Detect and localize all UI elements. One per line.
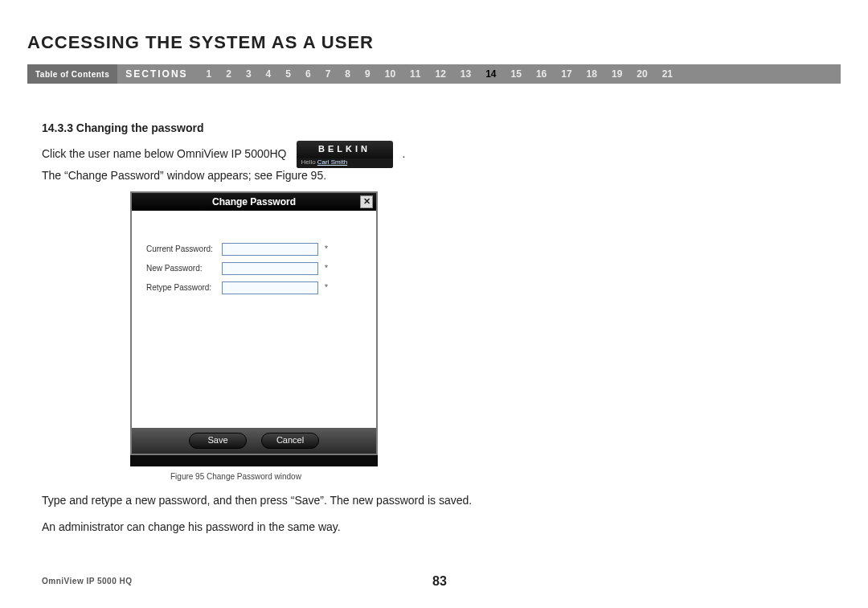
required-star: * [325, 244, 328, 255]
nav-section-21[interactable]: 21 [655, 68, 680, 80]
belkin-badge[interactable]: BELKIN Hello Carl Smith [297, 141, 393, 168]
nav-section-15[interactable]: 15 [504, 68, 529, 80]
intro-line2: The “Change Password” window appears; se… [42, 168, 556, 183]
field-label: Current Password: [146, 244, 222, 255]
footer-page-number: 83 [432, 574, 447, 589]
intro-text-after: . [403, 146, 406, 162]
close-icon[interactable]: ✕ [360, 195, 373, 208]
nav-section-8[interactable]: 8 [338, 68, 358, 80]
nav-section-1[interactable]: 1 [199, 68, 219, 80]
new-password-input[interactable] [222, 262, 318, 275]
dialog-body: Current Password:*New Password:*Retype P… [132, 211, 376, 428]
footer-product: OmniView IP 5000 HQ [42, 577, 133, 585]
figure-caption: Figure 95 Change Password window [170, 471, 378, 483]
subheading: 14.3.3 Changing the password [42, 121, 556, 136]
current-password-input[interactable] [222, 243, 318, 256]
nav-section-6[interactable]: 6 [298, 68, 318, 80]
paragraph-save: Type and retype a new password, and then… [42, 493, 556, 508]
retype-password-input[interactable] [222, 281, 318, 294]
nav-section-3[interactable]: 3 [239, 68, 259, 80]
nav-sections-label: SECTIONS [117, 64, 195, 84]
nav-section-20[interactable]: 20 [629, 68, 654, 80]
nav-section-13[interactable]: 13 [453, 68, 478, 80]
required-star: * [325, 282, 328, 294]
cancel-button[interactable]: Cancel [261, 433, 319, 449]
field-label: New Password: [146, 263, 222, 274]
belkin-hello: Hello [301, 158, 316, 167]
field-label: Retype Password: [146, 282, 222, 294]
nav-section-18[interactable]: 18 [579, 68, 604, 80]
intro-text-before: Click the user name below OmniView IP 50… [42, 146, 287, 162]
nav-section-4[interactable]: 4 [259, 68, 279, 80]
nav-section-7[interactable]: 7 [318, 68, 338, 80]
paragraph-admin: An administrator can change his password… [42, 520, 556, 535]
nav-section-5[interactable]: 5 [278, 68, 298, 80]
nav-section-17[interactable]: 17 [554, 68, 579, 80]
dialog-footer: Save Cancel [132, 428, 376, 454]
nav-bar: Table of Contents SECTIONS 1234567891011… [27, 64, 841, 84]
nav-toc-link[interactable]: Table of Contents [27, 64, 117, 84]
required-star: * [325, 263, 328, 274]
belkin-logo: BELKIN [297, 141, 393, 158]
nav-section-19[interactable]: 19 [604, 68, 629, 80]
content-area: 14.3.3 Changing the password Click the u… [42, 121, 556, 535]
footer: OmniView IP 5000 HQ 83 [42, 577, 837, 585]
change-password-dialog: Change Password ✕ Current Password:*New … [130, 191, 378, 455]
figure-95: Change Password ✕ Current Password:*New … [130, 191, 378, 483]
nav-section-2[interactable]: 2 [219, 68, 239, 80]
belkin-user-link[interactable]: Hello Carl Smith [297, 158, 393, 168]
nav-section-14[interactable]: 14 [478, 68, 503, 80]
nav-section-12[interactable]: 12 [428, 68, 452, 80]
nav-section-numbers: 123456789101112131415161718192021 [196, 64, 841, 84]
password-field-row: New Password:* [146, 262, 362, 275]
nav-section-10[interactable]: 10 [378, 68, 403, 80]
dialog-titlebar: Change Password ✕ [132, 193, 376, 211]
password-field-row: Retype Password:* [146, 281, 362, 294]
nav-section-11[interactable]: 11 [403, 68, 428, 80]
dialog-title: Change Password [212, 195, 296, 208]
belkin-username[interactable]: Carl Smith [317, 158, 347, 167]
nav-section-16[interactable]: 16 [529, 68, 554, 80]
save-button[interactable]: Save [189, 433, 247, 449]
dialog-shadow [130, 455, 378, 466]
password-field-row: Current Password:* [146, 243, 362, 256]
nav-section-9[interactable]: 9 [358, 68, 378, 80]
page-title: ACCESSING THE SYSTEM AS A USER [27, 32, 841, 53]
